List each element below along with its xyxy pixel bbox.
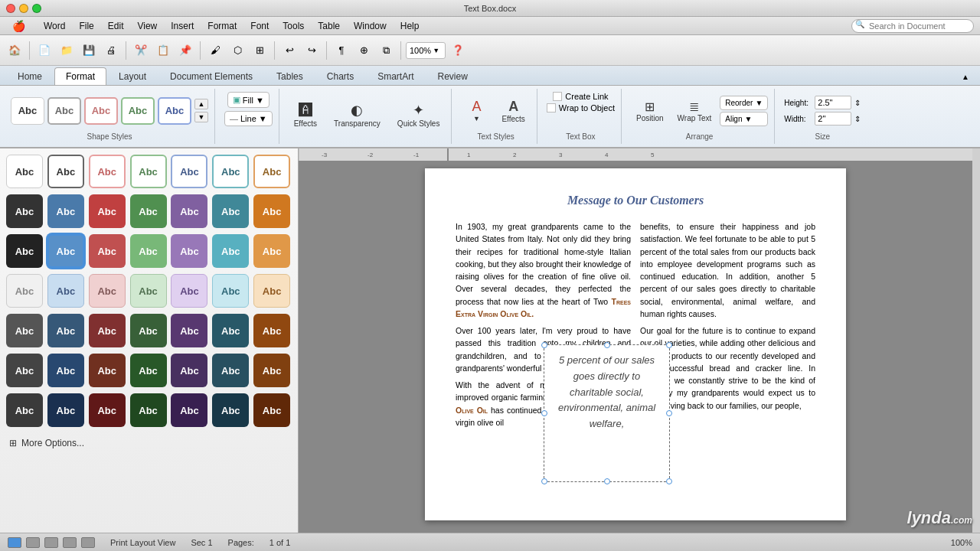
text-effects-button[interactable]: A Effects: [496, 96, 530, 126]
list-item[interactable]: Abc: [253, 155, 290, 188]
list-item[interactable]: Abc: [89, 274, 126, 308]
shape-style-3[interactable]: Abc: [84, 97, 118, 125]
save-button[interactable]: 💾: [79, 41, 99, 60]
width-stepper[interactable]: ⇕: [854, 115, 861, 123]
line-button[interactable]: — Line ▼: [224, 111, 273, 126]
list-item[interactable]: Abc: [212, 234, 249, 268]
list-item[interactable]: Abc: [47, 194, 84, 228]
list-item[interactable]: Abc: [47, 393, 84, 427]
position-button[interactable]: ⊞ Position: [631, 97, 669, 125]
print-button[interactable]: 🖨: [101, 41, 121, 60]
paste-button[interactable]: 📌: [175, 41, 195, 60]
list-item[interactable]: Abc: [130, 314, 167, 347]
shape-style-4[interactable]: Abc: [121, 97, 155, 125]
list-item[interactable]: Abc: [253, 274, 290, 308]
handle-mr[interactable]: [666, 410, 672, 416]
fill-button[interactable]: ▣ Fill ▼: [227, 92, 270, 108]
list-item[interactable]: Abc: [89, 234, 126, 268]
menu-file[interactable]: File: [73, 19, 100, 33]
list-item[interactable]: Abc: [171, 274, 207, 308]
list-item[interactable]: Abc: [212, 393, 249, 427]
style-scroll-down[interactable]: ▼: [194, 112, 208, 122]
handle-bm[interactable]: [604, 478, 610, 484]
maximize-button[interactable]: [32, 4, 41, 13]
handle-tl[interactable]: [541, 342, 547, 348]
list-item[interactable]: Abc: [89, 354, 126, 387]
sidebar-button[interactable]: ⧉: [376, 41, 396, 60]
list-item[interactable]: Abc: [171, 234, 207, 268]
more-options-button[interactable]: ⊞ More Options...: [6, 433, 292, 453]
create-link-checkbox[interactable]: [553, 92, 562, 101]
window-controls[interactable]: [6, 4, 41, 13]
list-item[interactable]: Abc: [89, 393, 126, 427]
list-item[interactable]: Abc: [130, 155, 167, 188]
menu-font[interactable]: Font: [244, 19, 275, 33]
tab-home[interactable]: Home: [6, 67, 54, 85]
list-item[interactable]: Abc: [6, 234, 43, 268]
tab-review[interactable]: Review: [426, 67, 479, 85]
list-item[interactable]: Abc: [130, 274, 167, 308]
text-box-overlay[interactable]: 5 percent of our sales goes directly to …: [544, 344, 670, 482]
wrap-checkbox[interactable]: [547, 103, 556, 112]
list-item[interactable]: Abc: [253, 393, 290, 427]
ribbon-collapse-button[interactable]: ▲: [962, 73, 974, 85]
list-item[interactable]: Abc: [130, 393, 167, 427]
undo-button[interactable]: ↩: [279, 41, 299, 60]
close-button[interactable]: [6, 4, 15, 13]
list-item[interactable]: Abc: [47, 354, 84, 387]
shape-style-5[interactable]: Abc: [158, 97, 191, 125]
shapes-button[interactable]: ⬡: [227, 41, 247, 60]
apple-menu[interactable]: 🍎: [6, 18, 31, 34]
new-button[interactable]: 📄: [34, 41, 54, 60]
list-item[interactable]: Abc: [171, 393, 207, 427]
handle-bl[interactable]: [541, 478, 547, 484]
list-item[interactable]: Abc: [6, 155, 43, 188]
tab-charts[interactable]: Charts: [315, 67, 365, 85]
copy-button[interactable]: 📋: [153, 41, 173, 60]
reorder-button[interactable]: Reorder ▼: [720, 96, 768, 110]
height-stepper[interactable]: ⇕: [854, 99, 861, 107]
menu-format[interactable]: Format: [201, 19, 243, 33]
menu-tools[interactable]: Tools: [276, 19, 310, 33]
search-input[interactable]: [851, 19, 974, 33]
width-input[interactable]: [815, 112, 851, 126]
show-formatting[interactable]: ¶: [332, 41, 351, 60]
list-item[interactable]: Abc: [253, 194, 290, 228]
shape-style-2[interactable]: Abc: [47, 97, 81, 125]
tab-layout[interactable]: Layout: [107, 67, 158, 85]
minimize-button[interactable]: [19, 4, 28, 13]
list-item[interactable]: Abc: [6, 393, 43, 427]
handle-br[interactable]: [666, 478, 672, 484]
list-item[interactable]: Abc: [6, 274, 43, 308]
list-item[interactable]: Abc: [6, 354, 43, 387]
list-item[interactable]: Abc: [89, 194, 126, 228]
view-outline[interactable]: [26, 537, 40, 548]
list-item[interactable]: Abc: [47, 234, 84, 268]
shape-style-1[interactable]: Abc: [11, 97, 44, 125]
height-input[interactable]: [815, 96, 851, 109]
insert-table-button[interactable]: ⊞: [250, 41, 270, 60]
list-item[interactable]: Abc: [171, 194, 207, 228]
handle-ml[interactable]: [541, 410, 547, 416]
quick-styles-button[interactable]: ✦ Quick Styles: [392, 99, 446, 130]
effects-button[interactable]: 🅰 Effects: [289, 100, 322, 130]
transparency-button[interactable]: ◐ Transparency: [328, 99, 386, 130]
view-draft[interactable]: [44, 537, 58, 548]
home-button[interactable]: 🏠: [5, 41, 24, 60]
format-painter[interactable]: 🖌: [205, 41, 225, 60]
help-button[interactable]: ❓: [448, 41, 468, 60]
list-item[interactable]: Abc: [6, 314, 43, 347]
style-scroll-up[interactable]: ▲: [194, 99, 208, 109]
tab-tables[interactable]: Tables: [265, 67, 315, 85]
list-item[interactable]: Abc: [171, 314, 207, 347]
list-item[interactable]: Abc: [212, 274, 249, 308]
list-item[interactable]: Abc: [253, 314, 290, 347]
menu-help[interactable]: Help: [394, 19, 426, 33]
cut-button[interactable]: ✂️: [131, 41, 151, 60]
open-button[interactable]: 📁: [57, 41, 77, 60]
menu-word[interactable]: Word: [38, 19, 71, 33]
menu-window[interactable]: Window: [348, 19, 393, 33]
wrap-text-button[interactable]: ≣ Wrap Text: [672, 97, 717, 125]
tab-document-elements[interactable]: Document Elements: [158, 67, 264, 85]
tab-format[interactable]: Format: [54, 67, 106, 85]
